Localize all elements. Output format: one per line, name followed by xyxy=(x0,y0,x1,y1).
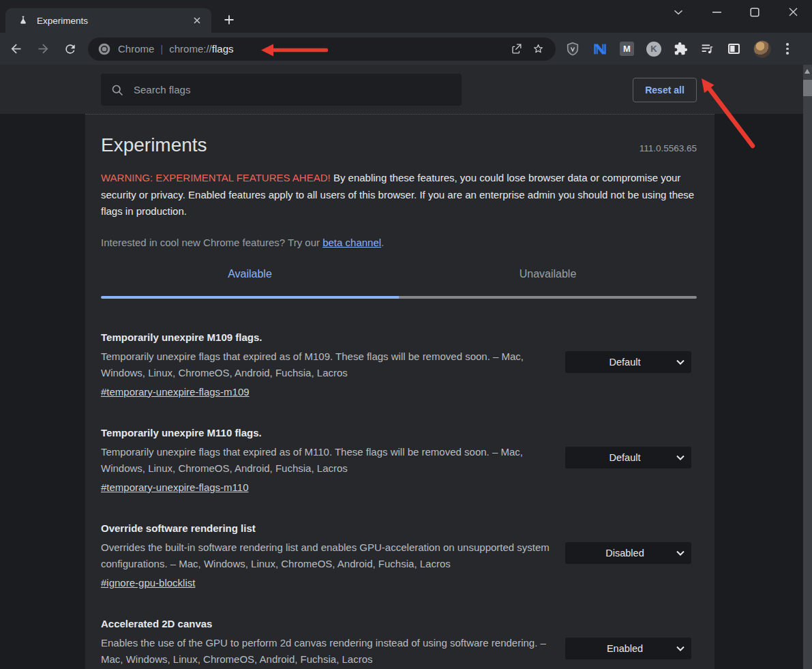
flag-description: Temporarily unexpire flags that expired … xyxy=(101,444,552,477)
media-controls-icon[interactable] xyxy=(700,42,715,56)
m-extension-icon[interactable]: M xyxy=(620,42,634,56)
close-window-button[interactable] xyxy=(774,0,812,24)
flag-entry: Accelerated 2D canvas Enables the use of… xyxy=(101,617,697,669)
search-flags-box[interactable] xyxy=(101,74,462,106)
shield-extension-icon[interactable] xyxy=(565,42,580,57)
reset-all-button[interactable]: Reset all xyxy=(633,78,697,102)
browser-menu-icon[interactable] xyxy=(786,43,789,55)
window-controls xyxy=(659,0,812,24)
browser-window: Experiments xyxy=(0,0,812,669)
flag-title: Override software rendering list xyxy=(101,522,552,535)
active-tab-indicator xyxy=(101,296,399,299)
share-icon[interactable] xyxy=(505,38,527,60)
version-number: 111.0.5563.65 xyxy=(640,143,697,153)
flags-content-column: Experiments 111.0.5563.65 WARNING: EXPER… xyxy=(85,114,715,669)
chevron-down-icon xyxy=(676,359,685,365)
bookmark-star-icon[interactable] xyxy=(527,38,549,60)
forward-button[interactable] xyxy=(31,38,55,61)
profile-avatar[interactable] xyxy=(753,40,771,58)
flags-page-header: Reset all xyxy=(0,65,812,114)
extension-icons: M K xyxy=(565,40,798,58)
active-tab[interactable]: Experiments xyxy=(5,8,211,33)
page-background: Experiments 111.0.5563.65 WARNING: EXPER… xyxy=(0,114,812,669)
flag-dropdown[interactable]: Default xyxy=(565,351,691,373)
flag-entry: Temporarily unexpire M110 flags. Tempora… xyxy=(101,426,697,496)
search-icon xyxy=(110,83,124,97)
search-flags-input[interactable] xyxy=(134,84,452,95)
url-text: Chrome|chrome://flags xyxy=(118,43,233,55)
flag-permalink[interactable]: #ignore-gpu-blocklist xyxy=(101,575,195,591)
minimize-button[interactable] xyxy=(697,0,736,24)
flags-tabs: Available Unavailable xyxy=(101,267,697,296)
scrollbar-thumb[interactable] xyxy=(803,80,812,96)
scrollbar-track[interactable] xyxy=(803,65,812,669)
tabs-underline xyxy=(101,296,697,299)
page-title: Experiments xyxy=(101,134,207,156)
flag-title: Temporarily unexpire M110 flags. xyxy=(101,426,552,440)
chrome-logo-icon xyxy=(97,42,111,56)
flag-dropdown[interactable]: Default xyxy=(565,447,691,469)
flask-icon xyxy=(18,15,29,26)
flags-list: Temporarily unexpire M109 flags. Tempora… xyxy=(101,299,697,669)
warning-text: WARNING: EXPERIMENTAL FEATURES AHEAD! By… xyxy=(101,170,697,220)
promo-text: Interested in cool new Chrome features? … xyxy=(101,235,697,251)
side-panel-icon[interactable] xyxy=(727,42,741,56)
browser-toolbar: Chrome|chrome://flags xyxy=(0,33,812,65)
n-logo-extension-icon[interactable] xyxy=(592,42,607,57)
tab-strip: Experiments xyxy=(0,0,812,33)
address-bar[interactable]: Chrome|chrome://flags xyxy=(88,38,556,61)
tab-available[interactable]: Available xyxy=(101,267,399,296)
plus-icon xyxy=(224,14,235,25)
flag-description: Temporarily unexpire flags that expired … xyxy=(101,348,552,382)
chevron-down-icon xyxy=(676,646,685,651)
warning-highlight: WARNING: EXPERIMENTAL FEATURES AHEAD! xyxy=(101,172,331,183)
chevron-down-icon xyxy=(676,455,685,460)
tab-title: Experiments xyxy=(37,16,190,26)
extensions-puzzle-icon[interactable] xyxy=(674,42,688,56)
beta-channel-link[interactable]: beta channel xyxy=(322,237,381,248)
flag-title: Accelerated 2D canvas xyxy=(101,617,552,631)
inactive-tab-indicator xyxy=(399,296,697,299)
flag-title: Temporarily unexpire M109 flags. xyxy=(101,331,552,344)
maximize-button[interactable] xyxy=(736,0,774,24)
chevron-down-icon xyxy=(676,550,685,556)
flag-entry: Override software rendering list Overrid… xyxy=(101,522,697,591)
reload-button[interactable] xyxy=(59,38,82,61)
flag-entry: Temporarily unexpire M109 flags. Tempora… xyxy=(101,331,697,400)
flag-description: Overrides the built-in software renderin… xyxy=(101,539,552,573)
new-tab-button[interactable] xyxy=(220,10,239,29)
tab-unavailable[interactable]: Unavailable xyxy=(399,267,697,296)
flag-dropdown[interactable]: Disabled xyxy=(565,542,691,564)
flag-description: Enables the use of the GPU to perform 2d… xyxy=(101,635,552,668)
k-extension-icon[interactable]: K xyxy=(646,42,661,57)
flag-permalink[interactable]: #temporary-unexpire-flags-m109 xyxy=(101,384,250,400)
flag-permalink[interactable]: #temporary-unexpire-flags-m110 xyxy=(101,479,248,496)
back-button[interactable] xyxy=(4,38,27,61)
flag-dropdown[interactable]: Enabled xyxy=(565,638,691,659)
scrollbar-up-arrow-icon[interactable] xyxy=(805,69,810,74)
tab-close-icon[interactable] xyxy=(190,13,205,28)
tab-search-chevron-icon[interactable] xyxy=(659,0,697,24)
